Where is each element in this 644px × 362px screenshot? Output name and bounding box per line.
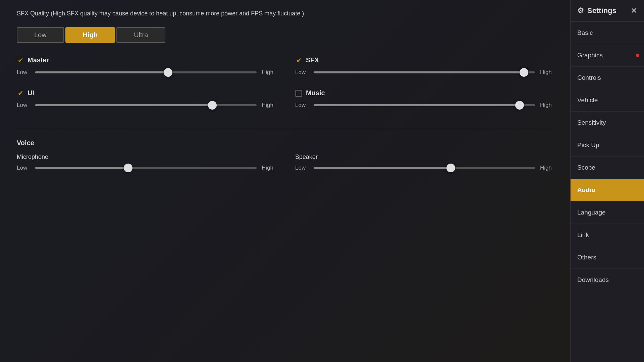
- music-slider-row: Low High: [295, 102, 553, 109]
- music-low: Low: [295, 102, 309, 109]
- speaker-slider[interactable]: [314, 165, 535, 171]
- sidebar: ⚙ Settings ✕ Basic Graphics Controls Veh…: [570, 0, 644, 362]
- voice-section: Voice Microphone Low High: [17, 139, 553, 171]
- ui-checkbox[interactable]: ✔: [17, 89, 24, 97]
- speaker-high: High: [540, 165, 553, 171]
- voice-title: Voice: [17, 139, 553, 147]
- sfx-label: SFX: [306, 56, 319, 64]
- sfx-high: High: [540, 69, 553, 76]
- microphone-low: Low: [17, 165, 30, 171]
- sidebar-item-audio[interactable]: Audio: [571, 179, 644, 201]
- settings-title-text: Settings: [587, 6, 616, 15]
- quality-tabs: Low High Ultra: [17, 27, 553, 43]
- gear-icon: ⚙: [577, 6, 584, 15]
- ui-high: High: [262, 102, 275, 109]
- microphone-slider[interactable]: [35, 165, 257, 171]
- sfx-low: Low: [295, 69, 309, 76]
- settings-header: ⚙ Settings ✕: [571, 0, 644, 22]
- audio-column-right: ✔ SFX Low High: [295, 56, 553, 122]
- speaker-low: Low: [295, 165, 309, 171]
- sidebar-item-controls[interactable]: Controls: [571, 67, 644, 89]
- tab-high[interactable]: High: [65, 27, 115, 43]
- microphone-high: High: [262, 165, 275, 171]
- microphone-slider-row: Low High: [17, 165, 275, 171]
- master-header: ✔ Master: [17, 56, 275, 64]
- sfx-slider-row: Low High: [295, 69, 553, 76]
- music-group: Music Low High: [295, 89, 553, 109]
- sfx-checkbox[interactable]: ✔: [295, 57, 303, 64]
- speaker-column: Speaker Low High: [295, 154, 553, 171]
- music-slider[interactable]: [314, 102, 535, 109]
- sidebar-item-pickup[interactable]: Pick Up: [571, 134, 644, 157]
- close-icon[interactable]: ✕: [631, 6, 637, 15]
- sidebar-item-others[interactable]: Others: [571, 246, 644, 269]
- ui-label: UI: [28, 89, 34, 97]
- sidebar-item-link[interactable]: Link: [571, 224, 644, 246]
- nav-items: Basic Graphics Controls Vehicle Sensitiv…: [571, 22, 644, 362]
- sidebar-item-basic[interactable]: Basic: [571, 22, 644, 44]
- ui-slider-row: Low High: [17, 102, 275, 109]
- master-label: Master: [28, 56, 49, 64]
- master-checkbox[interactable]: ✔: [17, 57, 24, 64]
- sidebar-item-sensitivity[interactable]: Sensitivity: [571, 112, 644, 134]
- tab-ultra[interactable]: Ultra: [116, 27, 165, 43]
- section-divider: [17, 129, 553, 129]
- sidebar-item-language[interactable]: Language: [571, 201, 644, 224]
- ui-low: Low: [17, 102, 30, 109]
- sidebar-item-downloads[interactable]: Downloads: [571, 269, 644, 291]
- microphone-column: Microphone Low High: [17, 154, 275, 171]
- voice-columns: Microphone Low High Speaker Low: [17, 154, 553, 171]
- music-checkbox[interactable]: [295, 89, 303, 97]
- music-high: High: [540, 102, 553, 109]
- sfx-notice: SFX Quality (High SFX quality may cause …: [17, 10, 553, 17]
- speaker-slider-row: Low High: [295, 165, 553, 171]
- ui-header: ✔ UI: [17, 89, 275, 97]
- sfx-group: ✔ SFX Low High: [295, 56, 553, 76]
- audio-column-left: ✔ Master Low High: [17, 56, 275, 122]
- main-content: SFX Quality (High SFX quality may cause …: [0, 0, 570, 362]
- master-high: High: [262, 69, 275, 76]
- sidebar-item-graphics[interactable]: Graphics: [571, 44, 644, 67]
- ui-group: ✔ UI Low High: [17, 89, 275, 109]
- settings-title: ⚙ Settings: [577, 6, 616, 15]
- master-slider-row: Low High: [17, 69, 275, 76]
- music-header: Music: [295, 89, 553, 97]
- sidebar-item-vehicle[interactable]: Vehicle: [571, 89, 644, 112]
- master-group: ✔ Master Low High: [17, 56, 275, 76]
- master-low: Low: [17, 69, 30, 76]
- sfx-header: ✔ SFX: [295, 56, 553, 64]
- music-label: Music: [306, 89, 325, 97]
- master-slider[interactable]: [35, 69, 257, 76]
- sidebar-item-scope[interactable]: Scope: [571, 157, 644, 179]
- tab-low[interactable]: Low: [17, 27, 64, 43]
- sfx-slider[interactable]: [314, 69, 535, 76]
- speaker-label: Speaker: [295, 154, 553, 161]
- microphone-label: Microphone: [17, 154, 275, 161]
- audio-sections: ✔ Master Low High: [17, 56, 553, 122]
- ui-slider[interactable]: [35, 102, 257, 109]
